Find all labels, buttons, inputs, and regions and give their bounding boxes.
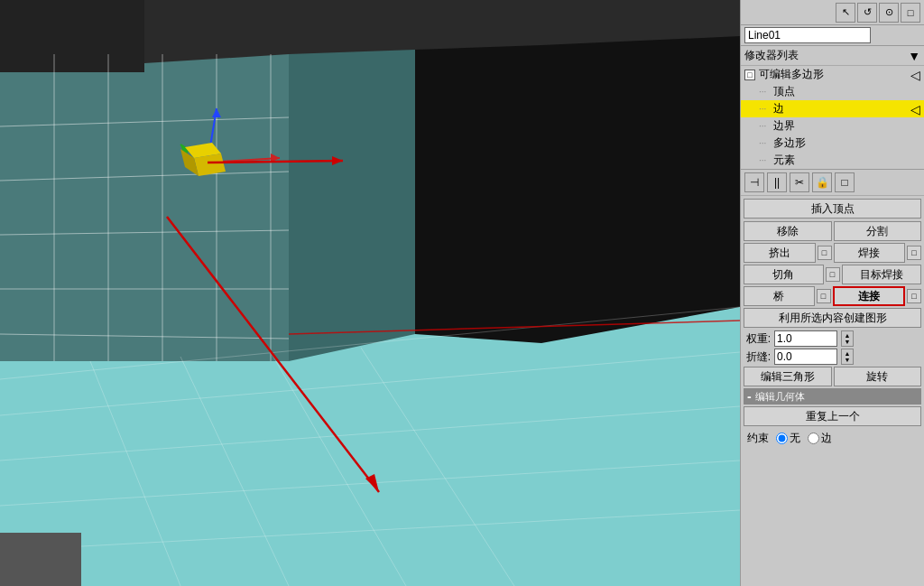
constraint-none-group: 无 bbox=[776, 431, 800, 446]
svg-line-38 bbox=[289, 321, 740, 334]
svg-line-15 bbox=[0, 334, 289, 339]
svg-marker-30 bbox=[180, 144, 189, 158]
sm-btn-layers[interactable]: □ bbox=[835, 172, 855, 192]
modifier-list-arrow[interactable]: ▼ bbox=[908, 49, 920, 63]
sm-btn-lock[interactable]: 🔒 bbox=[812, 172, 832, 192]
constraint-none-label: 无 bbox=[790, 431, 800, 446]
top-toolbar: ↖ ↺ ⊙ □ bbox=[741, 0, 924, 25]
bridge-connect-row: 桥 □ 连接 □ bbox=[744, 286, 921, 306]
toolbar-icon-arrow[interactable]: ↖ bbox=[836, 3, 855, 23]
weight-input[interactable] bbox=[774, 330, 837, 347]
constraint-edge-label: 边 bbox=[821, 431, 832, 446]
connect-settings-btn[interactable]: □ bbox=[907, 289, 921, 303]
edit-triangles-rotate-row: 编辑三角形 旋转 bbox=[744, 367, 921, 386]
svg-marker-35 bbox=[365, 474, 379, 492]
3d-viewport[interactable] bbox=[0, 0, 740, 586]
svg-line-25 bbox=[208, 108, 217, 163]
remove-split-row: 移除 分割 bbox=[744, 221, 921, 241]
weight-label: 权重: bbox=[744, 331, 771, 347]
weight-row: 权重: ▲ ▼ bbox=[744, 330, 921, 347]
sm-btn-pin[interactable]: ⊣ bbox=[744, 172, 764, 192]
svg-rect-39 bbox=[0, 533, 81, 586]
target-weld-btn[interactable]: 目标焊接 bbox=[842, 265, 922, 284]
remove-btn[interactable]: 移除 bbox=[744, 221, 832, 241]
small-toolbar: ⊣ || ✂ 🔒 □ bbox=[741, 170, 924, 196]
panel-body: 插入顶点 移除 分割 挤出 □ 焊接 □ 切角 □ 目标焊接 桥 □ 连接 □ bbox=[741, 196, 924, 586]
repeat-last-btn[interactable]: 重复上一个 bbox=[744, 406, 921, 426]
toolbar-icon-rotate[interactable]: ↺ bbox=[857, 3, 877, 23]
svg-line-23 bbox=[271, 352, 406, 586]
svg-line-12 bbox=[0, 172, 289, 181]
svg-marker-4 bbox=[541, 36, 740, 343]
edge-arrow-icon: ◁ bbox=[910, 102, 920, 116]
svg-marker-32 bbox=[180, 149, 199, 176]
svg-line-27 bbox=[208, 158, 280, 163]
insert-vertex-section: 插入顶点 bbox=[744, 199, 921, 219]
object-name-input[interactable] bbox=[744, 27, 871, 43]
sm-btn-cut[interactable]: ✂ bbox=[790, 172, 809, 192]
svg-marker-31 bbox=[194, 153, 226, 176]
svg-line-16 bbox=[0, 307, 740, 379]
edit-triangles-btn[interactable]: 编辑三角形 bbox=[744, 367, 832, 386]
connect-btn[interactable]: 连接 bbox=[833, 286, 906, 306]
use-selected-btn[interactable]: 利用所选内容创建图形 bbox=[744, 308, 921, 328]
split-btn[interactable]: 分割 bbox=[834, 221, 922, 241]
crease-row: 折缝: ▲ ▼ bbox=[744, 349, 921, 365]
svg-marker-28 bbox=[271, 153, 280, 163]
modifier-polygon[interactable]: ··· 多边形 bbox=[741, 135, 924, 152]
extrude-weld-row: 挤出 □ 焊接 □ bbox=[744, 243, 921, 263]
use-selected-section: 利用所选内容创建图形 bbox=[744, 308, 921, 328]
weld-settings-btn[interactable]: □ bbox=[907, 246, 921, 260]
toolbar-icon-circle[interactable]: ⊙ bbox=[879, 3, 899, 23]
svg-line-36 bbox=[208, 161, 343, 163]
svg-line-34 bbox=[167, 217, 379, 492]
repeat-last-section: 重复上一个 bbox=[744, 406, 921, 426]
edit-geometry-header: - 编辑几何体 bbox=[744, 388, 921, 405]
svg-line-18 bbox=[0, 406, 740, 460]
svg-marker-5 bbox=[0, 0, 144, 72]
svg-line-24 bbox=[361, 348, 514, 586]
bridge-btn[interactable]: 桥 bbox=[744, 286, 815, 306]
chamfer-btn[interactable]: 切角 bbox=[744, 265, 824, 284]
toolbar-icon-square[interactable]: □ bbox=[901, 3, 920, 23]
crease-spinner[interactable]: ▲ ▼ bbox=[841, 349, 854, 365]
modifier-border[interactable]: ··· 边界 bbox=[741, 117, 924, 135]
svg-line-22 bbox=[180, 357, 289, 586]
constraint-row: 约束 无 边 bbox=[744, 429, 921, 448]
constraint-none-radio[interactable] bbox=[776, 433, 788, 444]
crease-input[interactable] bbox=[774, 349, 837, 365]
rotate-btn[interactable]: 旋转 bbox=[834, 367, 922, 386]
extrude-settings-btn[interactable]: □ bbox=[818, 246, 832, 260]
weight-spinner[interactable]: ▲ ▼ bbox=[841, 330, 854, 347]
right-panel: ↖ ↺ ⊙ □ 修改器列表 ▼ □ 可编辑多边形 ◁ ··· 顶点 ··· 边 … bbox=[740, 0, 924, 586]
modifier-edge[interactable]: ··· 边 ◁ bbox=[741, 100, 924, 117]
weld-btn[interactable]: 焊接 bbox=[834, 243, 906, 263]
svg-line-13 bbox=[0, 230, 289, 235]
constraint-edge-group: 边 bbox=[808, 431, 832, 446]
modifier-funnel-icon: ◁ bbox=[910, 68, 920, 82]
modifier-vertex[interactable]: ··· 顶点 bbox=[741, 83, 924, 100]
object-name-row bbox=[741, 25, 924, 46]
bridge-settings-btn[interactable]: □ bbox=[817, 289, 831, 303]
extrude-btn[interactable]: 挤出 bbox=[744, 243, 816, 263]
constraint-edge-radio[interactable] bbox=[808, 433, 819, 444]
crease-label: 折缝: bbox=[744, 349, 771, 365]
modifier-editable-poly[interactable]: □ 可编辑多边形 ◁ bbox=[741, 66, 924, 83]
insert-vertex-btn[interactable]: 插入顶点 bbox=[744, 199, 921, 219]
svg-line-11 bbox=[0, 117, 289, 126]
svg-marker-26 bbox=[212, 108, 221, 117]
svg-marker-3 bbox=[415, 45, 541, 343]
modifier-checkbox[interactable]: □ bbox=[744, 70, 755, 80]
modifier-list-label: 修改器列表 ▼ bbox=[741, 46, 924, 66]
chamfer-targetweld-row: 切角 □ 目标焊接 bbox=[744, 265, 921, 284]
chamfer-settings-btn[interactable]: □ bbox=[826, 267, 840, 282]
modifier-element[interactable]: ··· 元素 bbox=[741, 152, 924, 169]
svg-line-21 bbox=[90, 361, 180, 586]
modifier-stack: □ 可编辑多边形 ◁ ··· 顶点 ··· 边 ◁ ··· 边界 ··· 多边形… bbox=[741, 66, 924, 170]
scene-svg bbox=[0, 0, 740, 586]
svg-marker-2 bbox=[289, 50, 415, 361]
svg-marker-33 bbox=[185, 143, 221, 158]
constraint-label: 约束 bbox=[747, 431, 769, 446]
svg-line-29 bbox=[180, 144, 208, 163]
sm-btn-lines[interactable]: || bbox=[767, 172, 787, 192]
